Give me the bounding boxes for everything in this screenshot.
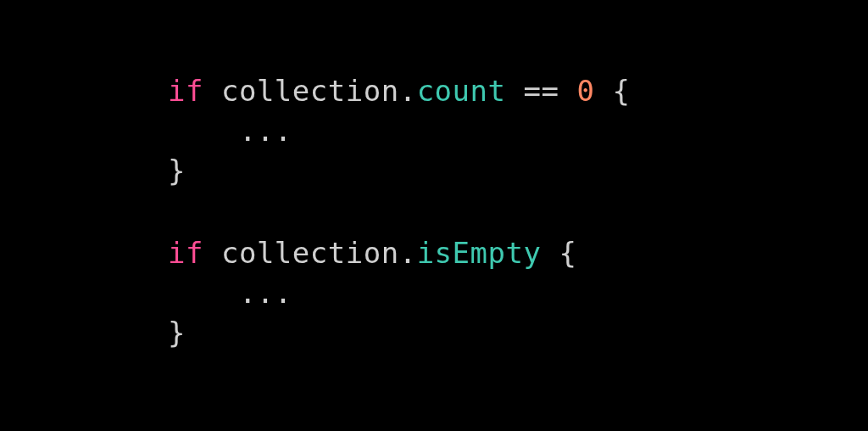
code-line: } (168, 313, 868, 353)
open-brace: { (612, 74, 630, 108)
keyword-if: if (168, 74, 203, 108)
dot-operator: . (399, 236, 417, 270)
close-brace: } (168, 154, 186, 188)
open-brace: { (559, 236, 576, 270)
number-literal: 0 (576, 74, 594, 108)
code-line: if collection.count == 0 { (168, 71, 868, 111)
ellipsis-body: ... (239, 276, 292, 310)
indent (168, 114, 239, 148)
code-block-isempty: if collection.isEmpty { ... } (168, 233, 868, 353)
code-line: if collection.isEmpty { (168, 233, 868, 273)
space (559, 74, 576, 108)
property-count: count (417, 74, 506, 108)
close-brace: } (168, 316, 186, 350)
space (541, 236, 559, 270)
identifier-collection: collection (221, 236, 399, 270)
property-isempty: isEmpty (417, 236, 542, 270)
code-line: } (168, 151, 868, 191)
space (594, 74, 612, 108)
identifier-collection: collection (221, 74, 399, 108)
operator-equals: == (523, 74, 559, 108)
code-block-count: if collection.count == 0 { ... } (168, 71, 868, 191)
code-snippet: if collection.count == 0 { ... } if coll… (0, 0, 868, 352)
keyword-if: if (168, 236, 203, 270)
code-line: ... (168, 273, 868, 313)
space (203, 236, 221, 270)
space (505, 74, 523, 108)
dot-operator: . (399, 74, 417, 108)
space (203, 74, 221, 108)
indent (168, 276, 239, 310)
code-line: ... (168, 111, 868, 151)
ellipsis-body: ... (239, 114, 292, 148)
